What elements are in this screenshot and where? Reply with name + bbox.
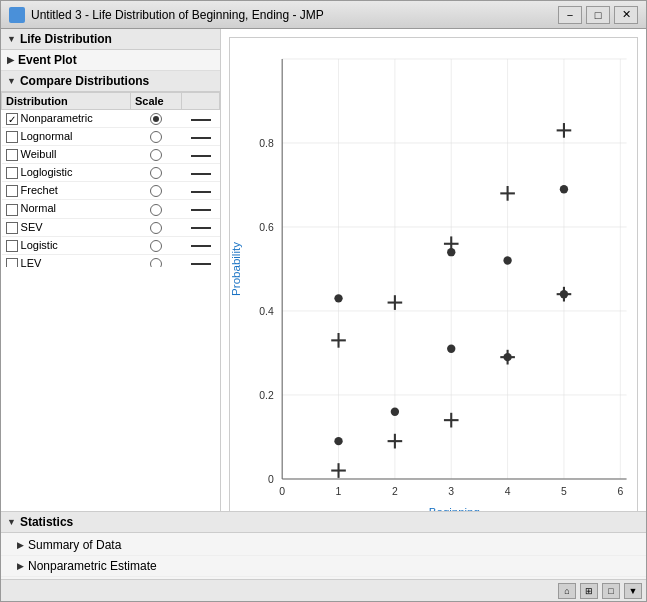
dist-table-row[interactable]: Loglogistic: [2, 164, 220, 182]
chart-container: 0 0.2 0.4 0.6 0.8 0 1 2 3 4 5 6: [229, 37, 638, 511]
dist-table-row[interactable]: Lognormal: [2, 128, 220, 146]
dist-radio-cell[interactable]: [130, 254, 181, 267]
dist-scale-cell: [182, 164, 220, 182]
dist-table-row[interactable]: SEV: [2, 218, 220, 236]
statistics-header[interactable]: ▼ Statistics: [1, 512, 646, 533]
dist-checkbox[interactable]: [6, 185, 18, 197]
life-distribution-header[interactable]: ▼ Life Distribution: [1, 29, 220, 50]
minimize-button[interactable]: −: [558, 6, 582, 24]
svg-text:Probability: Probability: [230, 242, 242, 296]
close-button[interactable]: ✕: [614, 6, 638, 24]
right-panel: 0 0.2 0.4 0.6 0.8 0 1 2 3 4 5 6: [221, 29, 646, 511]
dist-checkbox[interactable]: [6, 222, 18, 234]
dist-checkbox[interactable]: [6, 240, 18, 252]
bottom-panel: ▼ Statistics ▶ Summary of Data ▶ Nonpara…: [1, 511, 646, 579]
dist-table-row[interactable]: Frechet: [2, 182, 220, 200]
dist-radio-cell[interactable]: [130, 146, 181, 164]
scale-line-icon: [191, 191, 211, 193]
dist-checkbox[interactable]: [6, 167, 18, 179]
table-scroll: Distribution Scale ✓ Nonparametric Logno…: [1, 92, 220, 267]
dist-checkbox[interactable]: [6, 204, 18, 216]
dist-scale-cell: [182, 200, 220, 218]
summary-of-data-label: Summary of Data: [28, 538, 121, 552]
dist-radio[interactable]: [150, 149, 162, 161]
scale-line-icon: [191, 209, 211, 211]
svg-text:4: 4: [505, 486, 511, 497]
dist-name-cell: SEV: [2, 218, 131, 236]
svg-text:0.6: 0.6: [259, 222, 274, 233]
resize-icon[interactable]: □: [602, 583, 620, 599]
dist-radio-cell[interactable]: [130, 110, 181, 128]
dist-radio[interactable]: [150, 204, 162, 216]
top-section: ▼ Life Distribution ▶ Event Plot ▼ Compa…: [1, 29, 646, 511]
dist-table-row[interactable]: LEV: [2, 254, 220, 267]
dist-name-cell: LEV: [2, 254, 131, 267]
compare-triangle: ▼: [7, 76, 16, 86]
svg-text:3: 3: [448, 486, 454, 497]
scale-line-icon: [191, 227, 211, 229]
nonparametric-estimate-item[interactable]: ▶ Nonparametric Estimate: [1, 556, 646, 577]
home-icon[interactable]: ⌂: [558, 583, 576, 599]
dist-checkbox[interactable]: [6, 149, 18, 161]
dist-radio-cell[interactable]: [130, 128, 181, 146]
dist-table-row[interactable]: Weibull: [2, 146, 220, 164]
dist-radio-cell[interactable]: [130, 218, 181, 236]
svg-text:6: 6: [617, 486, 623, 497]
dist-checkbox[interactable]: ✓: [6, 113, 18, 125]
scale-line-icon: [191, 155, 211, 157]
dist-radio[interactable]: [150, 222, 162, 234]
dist-radio-cell[interactable]: [130, 164, 181, 182]
window-controls: − □ ✕: [558, 6, 638, 24]
dist-checkbox[interactable]: [6, 258, 18, 267]
dist-radio[interactable]: [150, 240, 162, 252]
grid-icon[interactable]: ⊞: [580, 583, 598, 599]
dist-table-row[interactable]: ✓ Nonparametric: [2, 110, 220, 128]
event-plot-header[interactable]: ▶ Event Plot: [1, 50, 220, 71]
compare-distributions-header[interactable]: ▼ Compare Distributions: [1, 71, 220, 92]
dist-scale-cell: [182, 254, 220, 267]
svg-text:0.8: 0.8: [259, 138, 274, 149]
dist-name-cell: Weibull: [2, 146, 131, 164]
dist-scale-cell: [182, 236, 220, 254]
arrow-down-icon[interactable]: ▼: [624, 583, 642, 599]
distribution-table-wrap: Distribution Scale ✓ Nonparametric Logno…: [1, 92, 220, 267]
dist-table-row[interactable]: Normal: [2, 200, 220, 218]
svg-text:5: 5: [561, 486, 567, 497]
distribution-table: Distribution Scale ✓ Nonparametric Logno…: [1, 92, 220, 267]
svg-text:1: 1: [336, 486, 342, 497]
dist-radio[interactable]: [150, 131, 162, 143]
collapse-triangle: ▼: [7, 34, 16, 44]
dist-scale-cell: [182, 128, 220, 146]
dist-scale-cell: [182, 146, 220, 164]
dist-name-cell: ✓ Nonparametric: [2, 110, 131, 128]
dist-radio-cell[interactable]: [130, 236, 181, 254]
dist-checkbox[interactable]: [6, 131, 18, 143]
dist-name-cell: Frechet: [2, 182, 131, 200]
dist-name-cell: Loglogistic: [2, 164, 131, 182]
window-title: Untitled 3 - Life Distribution of Beginn…: [31, 8, 558, 22]
maximize-button[interactable]: □: [586, 6, 610, 24]
col-distribution-header: Distribution: [2, 93, 131, 110]
dot-point: [334, 437, 342, 445]
scale-line-icon: [191, 173, 211, 175]
scale-line-icon: [191, 137, 211, 139]
dist-radio[interactable]: [150, 167, 162, 179]
svg-text:Beginning: Beginning: [429, 506, 480, 511]
col-line-header: [182, 93, 220, 110]
dist-radio[interactable]: [150, 258, 162, 267]
dist-radio[interactable]: [150, 185, 162, 197]
dist-name-cell: Logistic: [2, 236, 131, 254]
statistics-label: Statistics: [20, 515, 73, 529]
status-bar: ⌂ ⊞ □ ▼: [1, 579, 646, 601]
dist-radio-cell[interactable]: [130, 182, 181, 200]
scale-line-icon: [191, 263, 211, 265]
svg-text:0: 0: [279, 486, 285, 497]
dist-table-row[interactable]: Logistic: [2, 236, 220, 254]
app-icon: [9, 7, 25, 23]
dist-radio-cell[interactable]: [130, 200, 181, 218]
dist-radio[interactable]: [150, 113, 162, 125]
svg-text:0: 0: [268, 474, 274, 485]
event-plot-triangle: ▶: [7, 55, 14, 65]
scale-line-icon: [191, 245, 211, 247]
summary-of-data-item[interactable]: ▶ Summary of Data: [1, 535, 646, 556]
